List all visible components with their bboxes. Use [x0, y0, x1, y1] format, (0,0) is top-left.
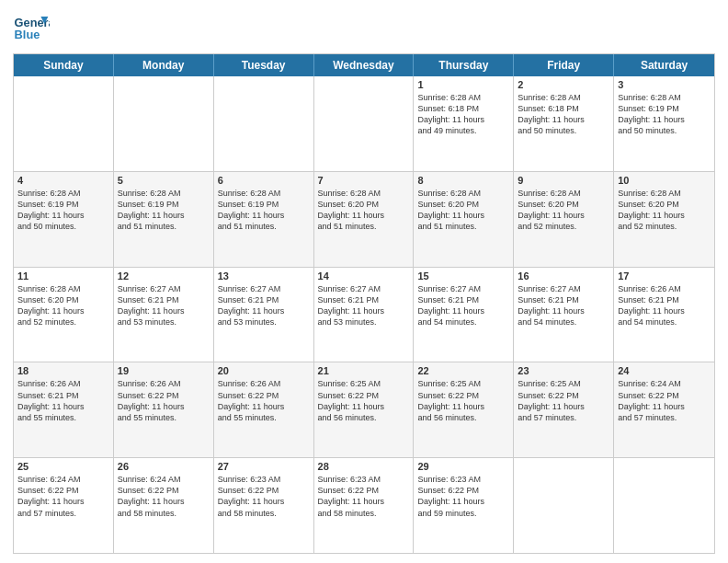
day-cell-9: 9Sunrise: 6:28 AM Sunset: 6:20 PM Daylig…	[514, 172, 614, 267]
empty-cell-4-6	[614, 458, 714, 553]
day-number: 26	[118, 461, 210, 472]
day-number: 19	[118, 365, 210, 376]
day-cell-5: 5Sunrise: 6:28 AM Sunset: 6:19 PM Daylig…	[114, 172, 214, 267]
day-info: Sunrise: 6:26 AM Sunset: 6:21 PM Dayligh…	[17, 378, 109, 423]
day-info: Sunrise: 6:25 AM Sunset: 6:22 PM Dayligh…	[417, 378, 509, 423]
empty-cell-0-3	[314, 76, 415, 171]
day-cell-8: 8Sunrise: 6:28 AM Sunset: 6:20 PM Daylig…	[414, 172, 514, 267]
day-cell-29: 29Sunrise: 6:23 AM Sunset: 6:22 PM Dayli…	[414, 458, 514, 553]
day-number: 10	[618, 175, 711, 186]
day-number: 5	[118, 175, 210, 186]
day-info: Sunrise: 6:28 AM Sunset: 6:19 PM Dayligh…	[118, 188, 210, 233]
day-cell-21: 21Sunrise: 6:25 AM Sunset: 6:22 PM Dayli…	[314, 362, 415, 457]
day-info: Sunrise: 6:25 AM Sunset: 6:22 PM Dayligh…	[318, 378, 410, 423]
day-cell-13: 13Sunrise: 6:27 AM Sunset: 6:21 PM Dayli…	[214, 268, 314, 362]
day-cell-12: 12Sunrise: 6:27 AM Sunset: 6:21 PM Dayli…	[114, 268, 214, 362]
day-number: 7	[318, 175, 410, 186]
day-number: 27	[218, 461, 310, 472]
day-info: Sunrise: 6:23 AM Sunset: 6:22 PM Dayligh…	[218, 474, 310, 519]
day-number: 3	[618, 79, 711, 90]
empty-cell-0-2	[214, 76, 314, 171]
day-number: 15	[417, 270, 509, 282]
day-cell-2: 2Sunrise: 6:28 AM Sunset: 6:18 PM Daylig…	[514, 76, 614, 171]
day-info: Sunrise: 6:28 AM Sunset: 6:19 PM Dayligh…	[218, 188, 310, 233]
day-info: Sunrise: 6:24 AM Sunset: 6:22 PM Dayligh…	[17, 474, 109, 519]
day-cell-24: 24Sunrise: 6:24 AM Sunset: 6:22 PM Dayli…	[614, 362, 714, 457]
day-number: 9	[518, 175, 609, 186]
day-cell-17: 17Sunrise: 6:26 AM Sunset: 6:21 PM Dayli…	[614, 268, 714, 362]
logo: General Blue	[13, 9, 50, 46]
day-info: Sunrise: 6:27 AM Sunset: 6:21 PM Dayligh…	[518, 283, 609, 328]
day-info: Sunrise: 6:26 AM Sunset: 6:21 PM Dayligh…	[618, 283, 711, 328]
page: General Blue SundayMondayTuesdayWednesda…	[0, 0, 728, 563]
calendar-row-2: 11Sunrise: 6:28 AM Sunset: 6:20 PM Dayli…	[14, 267, 714, 362]
day-cell-14: 14Sunrise: 6:27 AM Sunset: 6:21 PM Dayli…	[314, 268, 415, 362]
header-day-friday: Friday	[514, 54, 614, 76]
header-day-saturday: Saturday	[614, 54, 714, 76]
day-cell-11: 11Sunrise: 6:28 AM Sunset: 6:20 PM Dayli…	[14, 268, 114, 362]
calendar-body: 1Sunrise: 6:28 AM Sunset: 6:18 PM Daylig…	[14, 76, 714, 553]
day-number: 21	[318, 365, 410, 376]
day-info: Sunrise: 6:27 AM Sunset: 6:21 PM Dayligh…	[417, 283, 509, 328]
day-cell-10: 10Sunrise: 6:28 AM Sunset: 6:20 PM Dayli…	[614, 172, 714, 267]
day-cell-4: 4Sunrise: 6:28 AM Sunset: 6:19 PM Daylig…	[14, 172, 114, 267]
day-cell-22: 22Sunrise: 6:25 AM Sunset: 6:22 PM Dayli…	[414, 362, 514, 457]
calendar-header-row: SundayMondayTuesdayWednesdayThursdayFrid…	[14, 54, 714, 76]
day-cell-1: 1Sunrise: 6:28 AM Sunset: 6:18 PM Daylig…	[414, 76, 514, 171]
header: General Blue	[13, 9, 715, 46]
day-info: Sunrise: 6:27 AM Sunset: 6:21 PM Dayligh…	[318, 283, 410, 328]
day-number: 11	[17, 270, 109, 282]
day-info: Sunrise: 6:28 AM Sunset: 6:18 PM Dayligh…	[518, 92, 609, 137]
day-cell-19: 19Sunrise: 6:26 AM Sunset: 6:22 PM Dayli…	[114, 362, 214, 457]
day-cell-23: 23Sunrise: 6:25 AM Sunset: 6:22 PM Dayli…	[514, 362, 614, 457]
day-number: 12	[118, 270, 210, 282]
day-info: Sunrise: 6:23 AM Sunset: 6:22 PM Dayligh…	[417, 474, 509, 519]
day-cell-25: 25Sunrise: 6:24 AM Sunset: 6:22 PM Dayli…	[14, 458, 114, 553]
calendar-row-0: 1Sunrise: 6:28 AM Sunset: 6:18 PM Daylig…	[14, 76, 714, 171]
day-info: Sunrise: 6:25 AM Sunset: 6:22 PM Dayligh…	[518, 378, 609, 423]
day-cell-7: 7Sunrise: 6:28 AM Sunset: 6:20 PM Daylig…	[314, 172, 415, 267]
day-number: 4	[17, 175, 109, 186]
empty-cell-0-1	[114, 76, 214, 171]
day-info: Sunrise: 6:24 AM Sunset: 6:22 PM Dayligh…	[618, 378, 711, 423]
day-number: 13	[218, 270, 310, 282]
day-info: Sunrise: 6:26 AM Sunset: 6:22 PM Dayligh…	[118, 378, 210, 423]
day-number: 28	[318, 461, 410, 472]
day-cell-28: 28Sunrise: 6:23 AM Sunset: 6:22 PM Dayli…	[314, 458, 415, 553]
day-info: Sunrise: 6:28 AM Sunset: 6:18 PM Dayligh…	[417, 92, 509, 137]
header-day-sunday: Sunday	[14, 54, 114, 76]
day-info: Sunrise: 6:28 AM Sunset: 6:20 PM Dayligh…	[17, 283, 109, 328]
day-cell-6: 6Sunrise: 6:28 AM Sunset: 6:19 PM Daylig…	[214, 172, 314, 267]
day-info: Sunrise: 6:28 AM Sunset: 6:20 PM Dayligh…	[417, 188, 509, 233]
day-number: 8	[417, 175, 509, 186]
day-cell-27: 27Sunrise: 6:23 AM Sunset: 6:22 PM Dayli…	[214, 458, 314, 553]
calendar: SundayMondayTuesdayWednesdayThursdayFrid…	[13, 53, 715, 554]
day-info: Sunrise: 6:28 AM Sunset: 6:20 PM Dayligh…	[618, 188, 711, 233]
day-cell-15: 15Sunrise: 6:27 AM Sunset: 6:21 PM Dayli…	[414, 268, 514, 362]
day-number: 29	[417, 461, 509, 472]
day-info: Sunrise: 6:27 AM Sunset: 6:21 PM Dayligh…	[118, 283, 210, 328]
day-info: Sunrise: 6:28 AM Sunset: 6:19 PM Dayligh…	[17, 188, 109, 233]
calendar-row-1: 4Sunrise: 6:28 AM Sunset: 6:19 PM Daylig…	[14, 171, 714, 267]
calendar-row-3: 18Sunrise: 6:26 AM Sunset: 6:21 PM Dayli…	[14, 362, 714, 457]
day-info: Sunrise: 6:28 AM Sunset: 6:20 PM Dayligh…	[318, 188, 410, 233]
header-day-monday: Monday	[114, 54, 214, 76]
day-number: 20	[218, 365, 310, 376]
day-number: 1	[417, 79, 509, 90]
day-number: 25	[17, 461, 109, 472]
day-number: 16	[518, 270, 609, 282]
day-info: Sunrise: 6:27 AM Sunset: 6:21 PM Dayligh…	[218, 283, 310, 328]
empty-cell-4-5	[514, 458, 614, 553]
empty-cell-0-0	[14, 76, 114, 171]
header-day-tuesday: Tuesday	[214, 54, 314, 76]
day-number: 17	[618, 270, 711, 282]
day-info: Sunrise: 6:28 AM Sunset: 6:19 PM Dayligh…	[618, 92, 711, 137]
svg-text:Blue: Blue	[15, 28, 40, 41]
day-info: Sunrise: 6:23 AM Sunset: 6:22 PM Dayligh…	[318, 474, 410, 519]
day-cell-26: 26Sunrise: 6:24 AM Sunset: 6:22 PM Dayli…	[114, 458, 214, 553]
day-cell-3: 3Sunrise: 6:28 AM Sunset: 6:19 PM Daylig…	[614, 76, 714, 171]
header-day-thursday: Thursday	[414, 54, 514, 76]
day-cell-16: 16Sunrise: 6:27 AM Sunset: 6:21 PM Dayli…	[514, 268, 614, 362]
day-number: 23	[518, 365, 609, 376]
logo-icon: General Blue	[13, 9, 50, 46]
